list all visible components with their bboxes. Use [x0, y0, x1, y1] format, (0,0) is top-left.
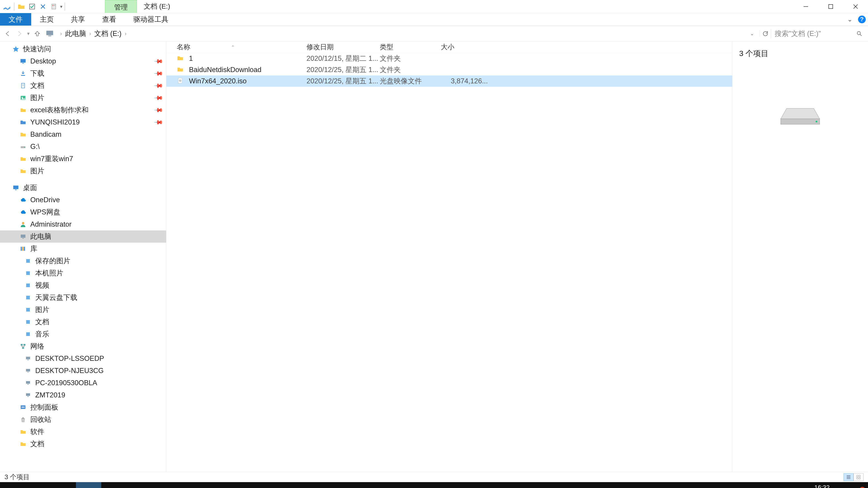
nav-label: DESKTOP-NJEU3CG [35, 367, 104, 375]
nav-quick-access[interactable]: 快速访问 [0, 43, 166, 55]
file-row[interactable]: Win7x64_2020.iso 2020/12/25, 星期五 1... 光盘… [166, 75, 732, 87]
nav-libraries[interactable]: 库 [0, 242, 166, 255]
file-type: 光盘映像文件 [380, 76, 441, 86]
pin-icon: 📌 [153, 93, 164, 103]
recent-dropdown-icon[interactable]: ▾ [25, 28, 32, 39]
drive-preview-icon [739, 99, 861, 127]
nav-library-item[interactable]: 天翼云盘下载 [0, 291, 166, 304]
file-list[interactable]: 名称⌃ 修改日期 类型 大小 1 2020/12/15, 星期二 1... 文件… [166, 41, 733, 472]
expand-ribbon-icon[interactable]: ⌄ [844, 13, 856, 26]
close-blue-icon[interactable] [37, 1, 49, 12]
nav-qa-item[interactable]: YUNQISHI2019 📌 [0, 116, 166, 128]
close-button[interactable] [843, 0, 868, 13]
nav-label: Administrator [30, 220, 72, 228]
nav-this-pc[interactable]: 此电脑 [0, 230, 166, 242]
navigation-pane[interactable]: 快速访问 Desktop 📌 下载 📌 文档 📌 图片 📌 excel表格制作求… [0, 41, 166, 472]
nav-label: 此电脑 [30, 232, 51, 241]
clock[interactable]: 16:32 2020/12/25, 星期五 [791, 484, 853, 488]
nav-recycle-bin[interactable]: 回收站 [0, 414, 166, 426]
nav-qa-item[interactable]: 文档 📌 [0, 79, 166, 92]
taskbar: 中 16:32 2020/12/25, 星期五 3 [0, 482, 868, 488]
nav-qa-item[interactable]: 图片 📌 [0, 92, 166, 104]
nav-wps[interactable]: WPS网盘 [0, 206, 166, 218]
properties-icon[interactable] [49, 1, 59, 12]
nav-label: 库 [30, 244, 37, 254]
nav-label: G:\ [30, 142, 39, 151]
nav-network-item[interactable]: DESKTOP-LSSOEDP [0, 352, 166, 365]
search-icon[interactable] [856, 31, 866, 37]
breadcrumb[interactable]: › 此电脑 › 文档 (E:) › [43, 29, 746, 38]
help-icon[interactable]: ? [856, 13, 868, 26]
start-button[interactable] [0, 482, 25, 488]
nav-network-item[interactable]: ZMT2019 [0, 389, 166, 401]
column-headers[interactable]: 名称⌃ 修改日期 类型 大小 [166, 41, 732, 53]
nav-qa-item[interactable]: Bandicam [0, 128, 166, 140]
column-name[interactable]: 名称⌃ [177, 42, 307, 52]
maximize-button[interactable] [818, 0, 843, 13]
details-view-icon[interactable] [844, 473, 854, 481]
nav-label: Desktop [30, 57, 56, 65]
folder-blue-icon [19, 118, 27, 126]
nav-library-item[interactable]: 文档 [0, 316, 166, 328]
breadcrumb-drive[interactable]: 文档 (E:) [94, 29, 122, 38]
tab-file[interactable]: 文件 [0, 13, 31, 26]
nav-library-item[interactable]: 保存的图片 [0, 255, 166, 267]
manage-contextual-tab[interactable]: 管理 [105, 0, 137, 13]
nav-qa-item[interactable]: excel表格制作求和 📌 [0, 104, 166, 116]
breadcrumb-separator-icon[interactable]: › [86, 31, 94, 37]
thumbnails-view-icon[interactable] [854, 473, 864, 481]
tab-home[interactable]: 主页 [31, 13, 62, 26]
nav-qa-item[interactable]: 下载 📌 [0, 67, 166, 79]
folder-icon [19, 155, 27, 163]
back-button[interactable] [2, 28, 13, 39]
column-date[interactable]: 修改日期 [307, 42, 380, 52]
tab-share[interactable]: 共享 [62, 13, 94, 26]
up-button[interactable] [32, 28, 43, 39]
qat-dropdown-icon[interactable]: ▾ [59, 4, 63, 9]
download-icon [19, 69, 27, 77]
task-view-button[interactable] [51, 482, 76, 488]
nav-library-item[interactable]: 本机照片 [0, 267, 166, 279]
nav-network-item[interactable]: DESKTOP-NJEU3CG [0, 365, 166, 377]
pin-icon: 📌 [153, 68, 164, 78]
search-input[interactable]: 搜索"文档 (E:)" [771, 29, 866, 38]
search-button[interactable] [25, 482, 51, 488]
column-size[interactable]: 大小 [441, 42, 491, 52]
refresh-icon[interactable] [760, 30, 771, 37]
nav-software[interactable]: 软件 [0, 426, 166, 438]
svg-rect-21 [21, 247, 22, 251]
nav-qa-item[interactable]: G:\ [0, 140, 166, 153]
nav-library-item[interactable]: 图片 [0, 304, 166, 316]
nav-library-item[interactable]: 音乐 [0, 328, 166, 340]
explorer-taskbar-button[interactable] [76, 482, 101, 488]
breadcrumb-this-pc[interactable]: 此电脑 [65, 29, 86, 38]
tab-drive-tools[interactable]: 驱动器工具 [125, 13, 177, 26]
file-date: 2020/12/15, 星期二 1... [307, 54, 380, 63]
folder-icon[interactable] [16, 1, 27, 12]
file-area: 名称⌃ 修改日期 类型 大小 1 2020/12/15, 星期二 1... 文件… [166, 41, 868, 472]
minimize-button[interactable] [794, 0, 818, 13]
checkbox-icon[interactable] [27, 1, 37, 12]
tab-view[interactable]: 查看 [94, 13, 125, 26]
nav-qa-item[interactable]: 图片 [0, 165, 166, 177]
nav-network-item[interactable]: PC-20190530OBLA [0, 377, 166, 389]
forward-button[interactable] [13, 28, 25, 39]
nav-network[interactable]: 网络 [0, 340, 166, 352]
nav-administrator[interactable]: Administrator [0, 218, 166, 230]
svg-rect-54 [859, 477, 860, 479]
nav-onedrive[interactable]: OneDrive [0, 194, 166, 206]
column-type[interactable]: 类型 [380, 42, 441, 52]
breadcrumb-separator-icon[interactable]: › [57, 31, 65, 37]
nav-label: 图片 [30, 166, 44, 176]
nav-documents[interactable]: 文档 [0, 438, 166, 450]
address-dropdown-icon[interactable]: ⌄ [746, 31, 758, 37]
file-row[interactable]: 1 2020/12/15, 星期二 1... 文件夹 [166, 53, 732, 64]
file-row[interactable]: BaiduNetdiskDownload 2020/12/25, 星期五 1..… [166, 64, 732, 75]
nav-library-item[interactable]: 视频 [0, 279, 166, 291]
nav-qa-item[interactable]: Desktop 📌 [0, 55, 166, 67]
nav-qa-item[interactable]: win7重装win7 [0, 153, 166, 165]
breadcrumb-separator-icon[interactable]: › [122, 31, 130, 37]
nav-control-panel[interactable]: 控制面板 [0, 401, 166, 414]
svg-rect-11 [22, 84, 25, 88]
nav-desktop[interactable]: 桌面 [0, 182, 166, 194]
